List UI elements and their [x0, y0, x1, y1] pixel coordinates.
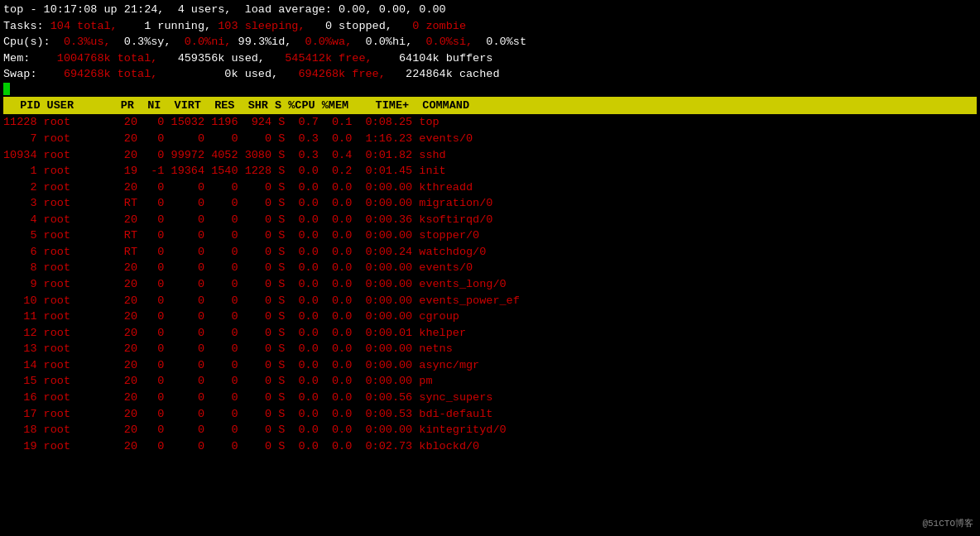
cpu-line: Cpu(s): 0.3%us, 0.3%sy, 0.0%ni, 99.3%id,… [3, 34, 977, 50]
table-row: 8 root 20 0 0 0 0 S 0.0 0.0 0:00.00 even… [3, 260, 977, 276]
top-header-line: top - 10:17:08 up 21:24, 4 users, load a… [3, 2, 977, 18]
table-row: 9 root 20 0 0 0 0 S 0.0 0.0 0:00.00 even… [3, 276, 977, 293]
table-row: 16 root 20 0 0 0 0 S 0.0 0.0 0:00.56 syn… [3, 390, 977, 406]
table-row: 3 root RT 0 0 0 0 S 0.0 0.0 0:00.00 migr… [3, 195, 977, 212]
table-row: 18 root 20 0 0 0 0 S 0.0 0.0 0:00.00 kin… [3, 422, 977, 438]
table-row: 7 root 20 0 0 0 0 S 0.3 0.0 1:16.23 even… [3, 131, 977, 147]
table-header: PID USER PR NI VIRT RES SHR S %CPU %MEM … [3, 97, 977, 115]
table-row: 15 root 20 0 0 0 0 S 0.0 0.0 0:00.00 pm [3, 373, 977, 390]
cursor-block [3, 83, 10, 95]
table-row: 14 root 20 0 0 0 0 S 0.0 0.0 0:00.00 asy… [3, 357, 977, 374]
mem-line: Mem: 1004768k total, 459356k used, 54541… [3, 50, 977, 67]
table-header-text: PID USER PR NI VIRT RES SHR S %CPU %MEM … [7, 98, 536, 114]
watermark: @51CTO博客 [922, 518, 973, 531]
cursor-line [3, 83, 977, 95]
table-row: 11 root 20 0 0 0 0 S 0.0 0.0 0:00.00 cgr… [3, 309, 977, 325]
table-row: 12 root 20 0 0 0 0 S 0.0 0.0 0:00.01 khe… [3, 325, 977, 342]
table-row: 10934 root 20 0 99972 4052 3080 S 0.3 0.… [3, 147, 977, 164]
table-row: 19 root 20 0 0 0 0 S 0.0 0.0 0:02.73 kbl… [3, 438, 977, 455]
terminal: top - 10:17:08 up 21:24, 4 users, load a… [0, 0, 980, 456]
table-row: 2 root 20 0 0 0 0 S 0.0 0.0 0:00.00 kthr… [3, 179, 977, 196]
table-row: 13 root 20 0 0 0 0 S 0.0 0.0 0:00.00 net… [3, 341, 977, 357]
table-row: 5 root RT 0 0 0 0 S 0.0 0.0 0:00.00 stop… [3, 227, 977, 244]
table-row: 11228 root 20 0 15032 1196 924 S 0.7 0.1… [3, 114, 977, 131]
tasks-line: Tasks: 104 total, 1 running, 103 sleepin… [3, 18, 977, 35]
table-row: 1 root 19 -1 19364 1540 1228 S 0.0 0.2 0… [3, 163, 977, 179]
table-row: 10 root 20 0 0 0 0 S 0.0 0.0 0:00.00 eve… [3, 293, 977, 309]
table-row: 6 root RT 0 0 0 0 S 0.0 0.0 0:00.24 watc… [3, 244, 977, 261]
table-row: 17 root 20 0 0 0 0 S 0.0 0.0 0:00.53 bdi… [3, 406, 977, 423]
swap-line: Swap: 694268k total, 0k used, 694268k fr… [3, 66, 977, 83]
process-table: 11228 root 20 0 15032 1196 924 S 0.7 0.1… [3, 114, 977, 454]
table-row: 4 root 20 0 0 0 0 S 0.0 0.0 0:00.36 ksof… [3, 212, 977, 228]
